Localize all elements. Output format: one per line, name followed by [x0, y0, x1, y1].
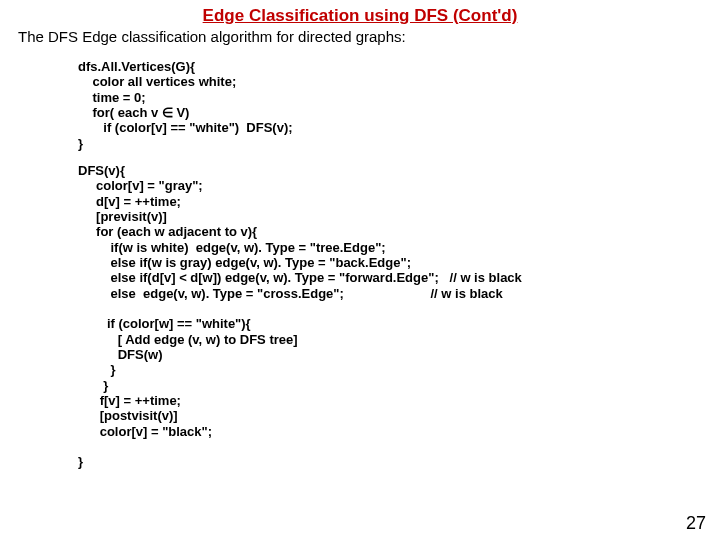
slide: Edge Classification using DFS (Cont'd) T… — [0, 0, 720, 540]
slide-title: Edge Classification using DFS (Cont'd) — [18, 6, 702, 26]
code-block-dfs: DFS(v){ color[v] = "gray"; d[v] = ++time… — [78, 163, 702, 470]
slide-subtitle: The DFS Edge classification algorithm fo… — [18, 28, 702, 45]
code-block-dfs-all-vertices: dfs.All.Vertices(G){ color all vertices … — [78, 59, 702, 151]
page-number: 27 — [686, 513, 706, 534]
